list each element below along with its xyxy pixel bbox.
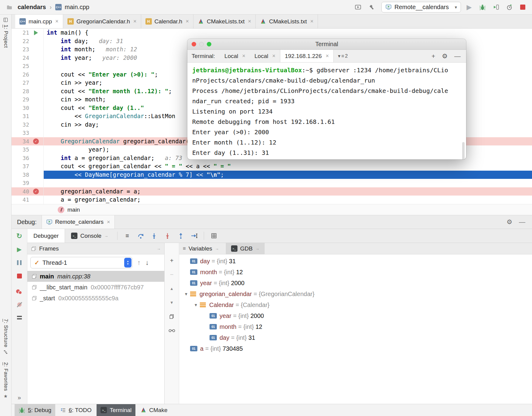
prev-frame-icon[interactable]: ↑	[137, 259, 141, 267]
toolwindow-button-5-debug[interactable]: 5: Debug	[15, 404, 55, 416]
add-watch-icon[interactable]: +	[169, 257, 175, 264]
new-session-icon[interactable]: +	[431, 53, 435, 60]
minimize-traffic-light-icon[interactable]	[199, 42, 204, 46]
close-icon[interactable]: ×	[107, 219, 110, 225]
run-config-combo[interactable]: Remote__calendars ▾	[381, 2, 461, 12]
pin-arrow-icon[interactable]: →	[215, 246, 219, 251]
pause-icon[interactable]	[16, 259, 23, 266]
next-frame-icon[interactable]: ↓	[145, 259, 149, 267]
close-icon[interactable]: ×	[242, 53, 246, 59]
tab-gdb[interactable]: >_ GDB →	[226, 243, 264, 254]
step-over-icon[interactable]	[134, 229, 147, 243]
expand-toggle-icon[interactable]: ▼	[182, 292, 190, 296]
attach-debugger-button[interactable]	[491, 2, 501, 12]
stop-button[interactable]	[517, 2, 528, 12]
expand-toggle-icon[interactable]: ▼	[192, 303, 200, 307]
stop-icon[interactable]	[16, 273, 23, 279]
frame-row[interactable]: _start0x0000555555555c9a	[27, 293, 164, 304]
close-traffic-light-icon[interactable]	[192, 42, 196, 46]
toolwindow-button-cmake[interactable]: CMake	[137, 404, 171, 416]
move-down-icon[interactable]: ▼	[169, 299, 175, 305]
code-line[interactable]: 38 << DayName[gregorian_calendar % 7] <<…	[12, 171, 532, 179]
profile-button[interactable]	[504, 2, 514, 12]
hidden-tabs-dropdown[interactable]: ▾ ≡ 2	[338, 50, 348, 62]
run-line-icon[interactable]	[29, 30, 43, 35]
step-out-icon[interactable]	[174, 229, 187, 243]
preview-run-icon[interactable]	[353, 2, 363, 12]
variable-row[interactable]: 01day = {int} 31	[179, 332, 532, 343]
code-line[interactable]: 39	[12, 179, 532, 187]
mute-breakpoints-icon[interactable]	[16, 302, 22, 308]
terminal-session-tab[interactable]: Local×	[250, 50, 280, 62]
close-icon[interactable]: ×	[186, 18, 189, 25]
variable-row[interactable]: 01year = {int} 2000	[179, 310, 532, 321]
remove-watch-icon[interactable]: −	[169, 271, 175, 278]
pin-arrow-icon[interactable]: →	[104, 234, 108, 238]
code-line[interactable]: 37 cout << gregorian_calendar << " = " <…	[12, 162, 532, 171]
close-icon[interactable]: ×	[310, 18, 314, 25]
show-execution-point-icon[interactable]: ≡	[121, 229, 134, 243]
toolwindow-button-6-todo[interactable]: 6: TODO	[56, 404, 95, 416]
rerun-icon[interactable]: ↻	[16, 233, 23, 239]
stripe-item-favorites[interactable]: 2: Favorites★	[3, 362, 9, 399]
close-icon[interactable]: ×	[133, 18, 137, 25]
show-watches-icon[interactable]	[169, 327, 175, 333]
minimize-icon[interactable]: —	[454, 53, 461, 60]
terminal-output[interactable]: jetbrains@jetbrains-VirtualBox:~$ gdbser…	[187, 63, 466, 159]
variable-row[interactable]: 01month = {int} 12	[179, 321, 532, 332]
run-button[interactable]: ▶	[464, 2, 474, 12]
editor-tab[interactable]: HGregorianCalendar.h×	[63, 15, 141, 28]
tab-debugger[interactable]: Debugger	[27, 229, 65, 243]
stripe-item-project[interactable]: 1: Project	[3, 18, 9, 48]
duplicate-icon[interactable]	[169, 313, 175, 319]
terminal-scrollbar[interactable]	[462, 142, 465, 159]
build-icon[interactable]	[366, 2, 377, 12]
terminal-session-tab[interactable]: Local×	[220, 50, 250, 62]
gear-icon[interactable]: ⚙	[442, 53, 448, 60]
context-function-name[interactable]: main	[67, 206, 80, 213]
more-actions-icon[interactable]: »	[16, 394, 23, 401]
variable-row[interactable]: 01month = {int} 12	[179, 267, 532, 278]
move-up-icon[interactable]: ▲	[169, 285, 175, 292]
editor-tab[interactable]: CMakeLists.txt×	[193, 15, 256, 28]
thread-selector[interactable]: ✓ Thread-1 ▲▼	[30, 257, 132, 268]
view-breakpoints-icon[interactable]	[16, 289, 23, 295]
combo-stepper-icon[interactable]: ▲▼	[124, 258, 131, 268]
force-step-into-icon[interactable]	[161, 229, 174, 243]
breadcrumb-file[interactable]: main.cpp	[65, 4, 89, 11]
pin-arrow-icon[interactable]: →	[157, 246, 161, 251]
variable-row[interactable]: 01day = {int} 31	[179, 256, 532, 267]
close-icon[interactable]: ×	[326, 53, 329, 59]
variable-row[interactable]: 01year = {int} 2000	[179, 278, 532, 288]
debug-session-tab[interactable]: Remote_calendars ×	[42, 215, 115, 229]
code-line[interactable]: 21int main() {	[12, 29, 532, 37]
debug-button[interactable]	[477, 2, 488, 12]
code-line[interactable]: 40✓ gregorian_calendar = a;	[12, 187, 532, 196]
variable-row[interactable]: ▼gregorian_calendar = {GregorianCalendar…	[179, 288, 532, 299]
breakpoint-icon[interactable]: ✓	[29, 189, 43, 194]
variable-row[interactable]: 01a = {int} 730485	[179, 343, 532, 354]
frame-row[interactable]: __libc_start_main0x00007ffff767cb97	[27, 282, 164, 293]
breakpoint-icon[interactable]: ✓	[29, 138, 43, 144]
gear-icon[interactable]: ⚙	[506, 218, 512, 226]
terminal-titlebar[interactable]: Terminal	[187, 39, 466, 50]
editor-tab[interactable]: C++main.cpp×	[15, 15, 63, 28]
step-into-icon[interactable]	[147, 229, 161, 243]
terminal-session-tab[interactable]: 192.168.1.226×	[280, 50, 334, 62]
editor-tab[interactable]: HCalendar.h×	[141, 15, 193, 28]
editor-tab[interactable]: CMakeLists.txt×	[256, 15, 318, 28]
stripe-item-structure[interactable]: 7: Structure	[3, 319, 9, 354]
variable-row[interactable]: ▼Calendar = {Calendar}	[179, 299, 532, 310]
close-icon[interactable]: ×	[272, 53, 275, 59]
frame-row[interactable]: mainmain.cpp:38	[27, 271, 164, 282]
resume-icon[interactable]: ▶	[16, 246, 23, 253]
evaluate-expression-icon[interactable]	[207, 229, 220, 243]
zoom-traffic-light-icon[interactable]	[207, 42, 211, 46]
toolwindow-button-terminal[interactable]: >_Terminal	[97, 404, 135, 416]
run-to-cursor-icon[interactable]	[187, 229, 201, 243]
close-icon[interactable]: ×	[248, 18, 251, 25]
code-line[interactable]: 41 a = gregorian_calendar;	[12, 196, 532, 204]
restore-layout-icon[interactable]	[16, 314, 23, 321]
close-icon[interactable]: ×	[55, 18, 59, 25]
minimize-icon[interactable]: —	[519, 218, 525, 226]
